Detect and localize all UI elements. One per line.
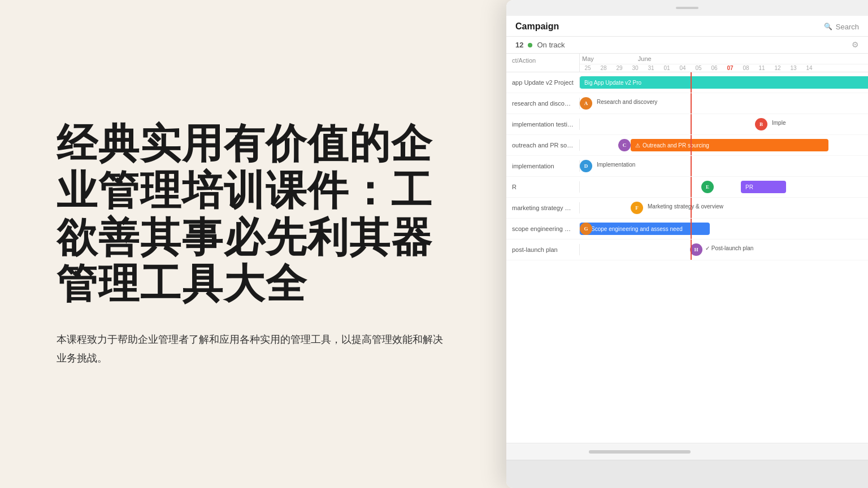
row-text: ✓ Post-launch plan	[705, 245, 753, 251]
description: 本课程致力于帮助企业管理者了解和应用各种实用的管理工具，以提高管理效能和解决业务…	[57, 330, 452, 367]
date-08: 08	[738, 64, 754, 72]
row-label: post-launch plan	[506, 244, 580, 255]
date-04: 04	[675, 64, 691, 72]
table-row: post-launch plan H ✓ Post-launch plan	[506, 239, 868, 260]
avatar: D	[580, 160, 592, 172]
search-icon: 🔍	[824, 23, 832, 30]
gantt-bar-purple: PR	[741, 181, 786, 193]
status-text: On track	[537, 41, 565, 49]
gantt-header: Campaign 🔍 Search	[506, 16, 868, 37]
avatar: E	[701, 181, 714, 193]
today-line	[691, 135, 692, 155]
bottom-bar	[506, 443, 868, 460]
gantt-bar-orange: ⚠ Outreach and PR sourcing	[631, 139, 828, 151]
row-label: implementation testing	[506, 119, 580, 130]
avatar: B	[755, 118, 767, 130]
row-label: outreach and PR sourcing	[506, 140, 580, 151]
row-text: Research and discovery	[597, 99, 657, 105]
table-row: implementation testing B Imple	[506, 114, 868, 135]
right-panel: Campaign 🔍 Search 12 On track ⚙ ct/Actio…	[506, 0, 868, 488]
bar-label: Big App Update v2 Pro	[584, 80, 641, 86]
bar-label: Outreach and PR sourcing	[643, 142, 709, 149]
avatar: G	[580, 223, 592, 235]
row-content: G ✓ Scope engineering and assess need	[580, 219, 868, 239]
table-row: implementation D Implementation	[506, 156, 868, 177]
timeline-dates: May June 25 28 29 30 31 01 04 05 06 07 0…	[580, 54, 868, 72]
row-text: Imple	[772, 120, 785, 126]
label-col-header: ct/Action	[506, 54, 580, 72]
today-line	[691, 114, 692, 134]
table-row: R E PR	[506, 177, 868, 198]
avatar: F	[631, 202, 643, 214]
date-06: 06	[706, 64, 722, 72]
month-june: June	[636, 55, 737, 62]
table-row: outreach and PR sourcing C ⚠ Outreach an…	[506, 135, 868, 156]
date-row: 25 28 29 30 31 01 04 05 06 07 08 11 12 1…	[580, 64, 868, 72]
search-box[interactable]: 🔍 Search	[824, 23, 859, 31]
footer-bar	[506, 460, 868, 488]
today-line	[691, 93, 692, 114]
row-label: app Update v2 Project	[506, 77, 580, 88]
today-line	[691, 156, 692, 176]
row-content: C ⚠ Outreach and PR sourcing	[580, 135, 868, 155]
month-row: May June	[580, 54, 868, 64]
drag-handle-bar	[676, 7, 698, 9]
table-row: app Update v2 Project Big App Update v2 …	[506, 72, 868, 93]
warning-icon: ⚠	[635, 142, 640, 149]
bar-label: PR	[745, 184, 753, 190]
campaign-title: Campaign	[515, 21, 559, 32]
left-panel: 经典实用有价值的企业管理培训课件：工欲善其事必先利其器管理工具大全 本课程致力于…	[0, 0, 509, 488]
avatar: H	[690, 243, 702, 256]
gantt-bar-green: Big App Update v2 Pro	[580, 76, 868, 89]
status-count: 12	[515, 41, 523, 49]
filter-icon[interactable]: ⚙	[852, 40, 859, 50]
date-07: 07	[722, 64, 738, 72]
row-label: R	[506, 181, 580, 193]
row-content: F Marketing strategy & overview	[580, 198, 868, 218]
today-line	[691, 219, 692, 239]
row-content: A Research and discovery	[580, 93, 868, 114]
date-25: 25	[580, 64, 596, 72]
avatar: A	[580, 97, 592, 110]
table-row: research and discovery A Research and di…	[506, 93, 868, 114]
row-content: E PR	[580, 177, 868, 197]
date-05: 05	[691, 64, 706, 72]
row-content: Big App Update v2 Pro	[580, 72, 868, 93]
today-line	[691, 72, 692, 93]
date-11: 11	[754, 64, 770, 72]
avatar: C	[618, 139, 631, 151]
today-line	[691, 198, 692, 218]
status-dot	[528, 43, 532, 47]
row-label: marketing strategy & over	[506, 202, 580, 213]
date-01: 01	[659, 64, 675, 72]
month-may: May	[580, 55, 596, 62]
date-14: 14	[801, 64, 817, 72]
row-text: Implementation	[597, 162, 635, 168]
drag-handle[interactable]	[506, 0, 868, 16]
status-bar: 12 On track ⚙	[506, 37, 868, 54]
row-text: Marketing strategy & overview	[648, 203, 723, 210]
search-label: Search	[836, 23, 859, 31]
date-29: 29	[611, 64, 627, 72]
row-content: B Imple	[580, 114, 868, 134]
date-13: 13	[785, 64, 801, 72]
main-title: 经典实用有价值的企业管理培训课件：工欲善其事必先利其器管理工具大全	[57, 121, 452, 308]
scroll-thumb[interactable]	[589, 450, 691, 454]
timeline-header: ct/Action May June 25 28 29 30 31 01 04 …	[506, 54, 868, 72]
bar-label: Scope engineering and assess need	[591, 226, 683, 232]
row-label: implementation	[506, 160, 580, 172]
row-label: scope engineering and as	[506, 223, 580, 234]
date-12: 12	[770, 64, 785, 72]
table-row: marketing strategy & over F Marketing st…	[506, 198, 868, 219]
today-line	[691, 239, 692, 260]
row-content: D Implementation	[580, 156, 868, 176]
date-31: 31	[643, 64, 659, 72]
row-content: H ✓ Post-launch plan	[580, 239, 868, 260]
gantt-body: app Update v2 Project Big App Update v2 …	[506, 72, 868, 443]
date-30: 30	[627, 64, 643, 72]
table-row: scope engineering and as G ✓ Scope engin…	[506, 219, 868, 239]
date-28: 28	[596, 64, 611, 72]
today-line	[691, 177, 692, 197]
row-label: research and discovery	[506, 98, 580, 109]
